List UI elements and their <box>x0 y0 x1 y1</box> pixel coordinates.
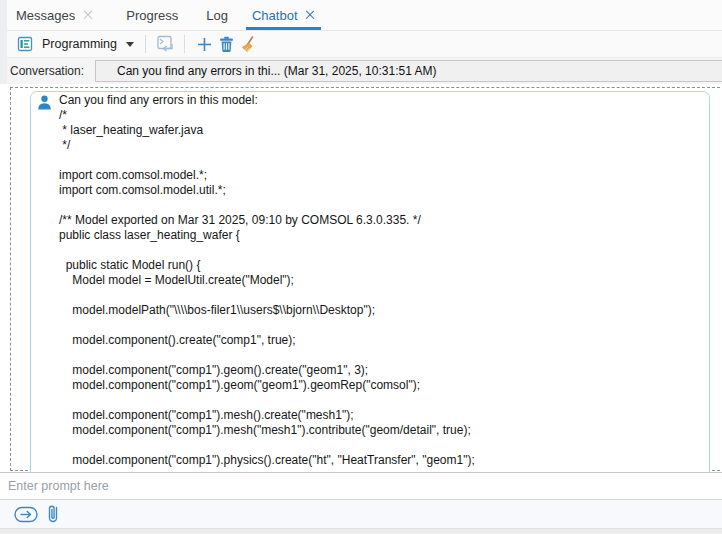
window-left-edge <box>0 0 7 84</box>
user-message-text: Can you find any errors in this model: /… <box>59 93 682 468</box>
chat-transcript[interactable]: Can you find any errors in this model: /… <box>0 84 722 472</box>
send-prompt-icon[interactable] <box>14 506 38 523</box>
close-tab-chatbot-icon[interactable] <box>306 11 315 20</box>
user-avatar-icon <box>37 95 52 111</box>
tab-chatbot[interactable]: Chatbot <box>252 0 315 30</box>
prompt-row <box>0 472 722 499</box>
chatbot-window: Messages Progress Log Chatbot <box>0 0 722 534</box>
mode-dropdown[interactable]: Programming <box>11 31 137 57</box>
conversation-select[interactable]: Can you find any errors in thi... (Mar 3… <box>95 60 722 82</box>
chatbot-toolbar: Programming <box>0 31 722 58</box>
mode-dropdown-label: Programming <box>42 37 117 51</box>
tab-progress-label: Progress <box>126 8 178 23</box>
programming-icon <box>14 33 36 55</box>
tab-log-label: Log <box>206 8 228 23</box>
send-to-editor-icon[interactable] <box>154 33 176 55</box>
tab-chatbot-label: Chatbot <box>252 8 298 23</box>
tab-messages-label: Messages <box>16 8 75 23</box>
add-conversation-icon[interactable] <box>193 33 215 55</box>
conversation-row: Conversation: Can you find any errors in… <box>0 58 722 84</box>
send-bar <box>0 499 722 528</box>
chevron-down-icon <box>126 42 134 47</box>
toolbar-separator <box>184 35 185 53</box>
conversation-label: Conversation: <box>10 64 84 78</box>
clear-conversation-icon[interactable] <box>237 33 259 55</box>
delete-conversation-icon[interactable] <box>215 33 237 55</box>
window-bottom-edge <box>0 528 722 534</box>
prompt-input[interactable] <box>0 473 722 499</box>
toolbar-separator <box>145 35 146 53</box>
close-tab-messages-icon[interactable] <box>83 11 92 20</box>
attach-file-icon[interactable] <box>46 503 60 525</box>
tab-progress[interactable]: Progress <box>126 0 178 30</box>
tab-bar: Messages Progress Log Chatbot <box>0 0 722 31</box>
tab-log[interactable]: Log <box>206 0 228 30</box>
tab-messages[interactable]: Messages <box>16 0 92 30</box>
conversation-selected-value: Can you find any errors in thi... (Mar 3… <box>117 64 437 78</box>
